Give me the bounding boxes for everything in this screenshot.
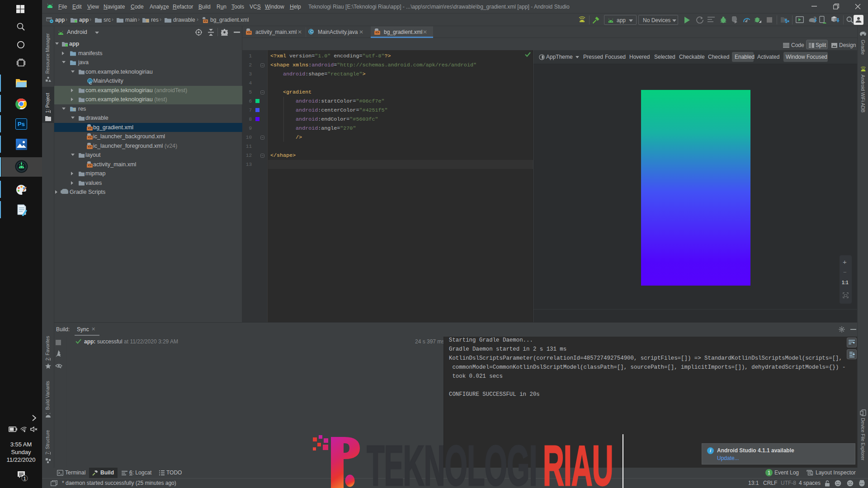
svg-text:<>: <> [204,20,208,23]
svg-text:1: 1 [23,476,26,481]
